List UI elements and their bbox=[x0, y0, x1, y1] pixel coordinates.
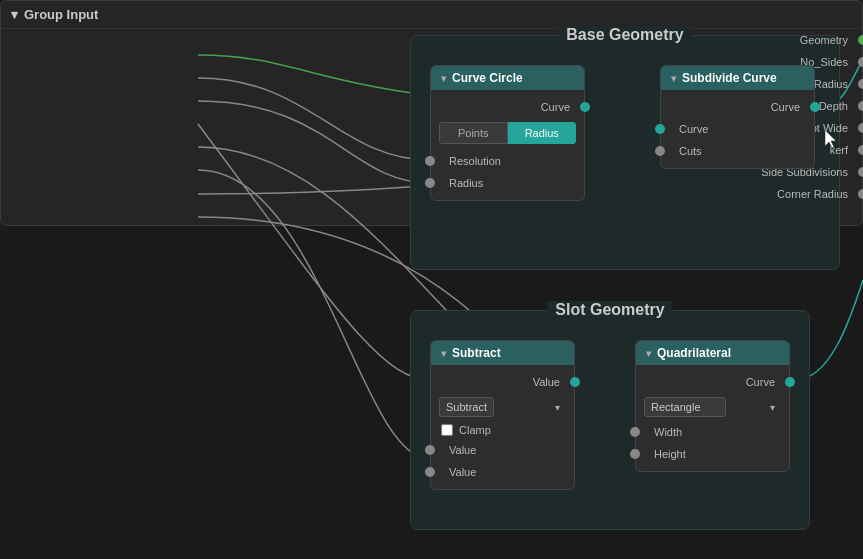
subdivide-curve-input-label: Curve bbox=[669, 123, 708, 135]
quad-width-label: Width bbox=[644, 426, 682, 438]
clamp-label: Clamp bbox=[459, 424, 491, 436]
curve-circle-tabs: Points Radius bbox=[439, 122, 576, 144]
geometry-label: Geometry bbox=[800, 34, 854, 46]
curve-circle-node: ▾ Curve Circle Curve Points Radius Resol… bbox=[430, 65, 585, 201]
quadrilateral-node: ▾ Quadrilateral Curve Rectangle Parallel… bbox=[635, 340, 790, 472]
subdivide-curve-input-row: Curve bbox=[661, 118, 814, 140]
quad-output-row: Curve bbox=[636, 371, 789, 393]
tab-radius[interactable]: Radius bbox=[508, 122, 577, 144]
quad-body: Curve Rectangle Parallelogram Trapezoid … bbox=[636, 365, 789, 471]
nosides-socket[interactable] bbox=[858, 57, 863, 67]
quad-width-socket[interactable] bbox=[630, 427, 640, 437]
resolution-row: Resolution bbox=[431, 150, 584, 172]
subdivide-cuts-socket[interactable] bbox=[655, 146, 665, 156]
subdivide-output-row: Curve bbox=[661, 96, 814, 118]
subdivide-curve-socket[interactable] bbox=[810, 102, 820, 112]
subdivide-curve-header: ▾ Subdivide Curve bbox=[661, 66, 814, 90]
resolution-socket[interactable] bbox=[425, 156, 435, 166]
subtract-value-out-label: Value bbox=[533, 376, 566, 388]
curve-circle-body: Curve Points Radius Resolution Radius bbox=[431, 90, 584, 200]
subdivide-curve-title: Subdivide Curve bbox=[682, 71, 777, 85]
subdivide-curve-node: ▾ Subdivide Curve Curve Curve Cuts bbox=[660, 65, 815, 169]
curve-circle-title: Curve Circle bbox=[452, 71, 523, 85]
slotdepth-socket[interactable] bbox=[858, 101, 863, 111]
radius-input-socket[interactable] bbox=[425, 178, 435, 188]
clamp-checkbox[interactable] bbox=[441, 424, 453, 436]
subtract-value1-socket[interactable] bbox=[425, 445, 435, 455]
quad-height-socket[interactable] bbox=[630, 449, 640, 459]
quad-curve-out-label: Curve bbox=[746, 376, 781, 388]
group-input-header: ▾ Group Input bbox=[1, 1, 862, 29]
curve-circle-curve-socket[interactable] bbox=[580, 102, 590, 112]
subtract-title: Subtract bbox=[452, 346, 501, 360]
quad-width-row: Width bbox=[636, 421, 789, 443]
radius-input-label: Radius bbox=[439, 177, 483, 189]
clamp-checkbox-row: Clamp bbox=[431, 421, 574, 439]
subtract-output-row: Value bbox=[431, 371, 574, 393]
subtract-value2-row: Value bbox=[431, 461, 574, 483]
subtract-dropdown-row: Subtract Add Multiply Divide bbox=[439, 397, 566, 417]
kerf-label: kerf bbox=[830, 144, 854, 156]
quad-dropdown-wrapper: Rectangle Parallelogram Trapezoid Kite bbox=[644, 397, 781, 417]
quad-dropdown-row: Rectangle Parallelogram Trapezoid Kite bbox=[644, 397, 781, 417]
tab-points[interactable]: Points bbox=[439, 122, 508, 144]
curve-circle-curve-label: Curve bbox=[541, 101, 576, 113]
subtract-value1-row: Value bbox=[431, 439, 574, 461]
quad-height-row: Height bbox=[636, 443, 789, 465]
subtract-node: ▾ Subtract Value Subtract Add Multiply D… bbox=[430, 340, 575, 490]
subtract-value1-label: Value bbox=[439, 444, 476, 456]
quad-header: ▾ Quadrilateral bbox=[636, 341, 789, 365]
subtract-value2-socket[interactable] bbox=[425, 467, 435, 477]
curve-circle-collapse-icon[interactable]: ▾ bbox=[441, 73, 446, 84]
quad-dropdown[interactable]: Rectangle Parallelogram Trapezoid Kite bbox=[644, 397, 726, 417]
quad-height-label: Height bbox=[644, 448, 686, 460]
slot-geometry-title: Slot Geometry bbox=[547, 301, 672, 319]
subtract-header: ▾ Subtract bbox=[431, 341, 574, 365]
subdivide-collapse-icon[interactable]: ▾ bbox=[671, 73, 676, 84]
quad-collapse-icon[interactable]: ▾ bbox=[646, 348, 651, 359]
resolution-label: Resolution bbox=[439, 155, 501, 167]
radius-input-row: Radius bbox=[431, 172, 584, 194]
subtract-value2-label: Value bbox=[439, 466, 476, 478]
kerf-socket[interactable] bbox=[858, 145, 863, 155]
curve-circle-header: ▾ Curve Circle bbox=[431, 66, 584, 90]
subtract-dropdown-wrapper: Subtract Add Multiply Divide bbox=[439, 397, 566, 417]
subtract-body: Value Subtract Add Multiply Divide Clamp… bbox=[431, 365, 574, 489]
slotwide-socket[interactable] bbox=[858, 123, 863, 133]
cornerradius-socket[interactable] bbox=[858, 189, 863, 199]
radius-socket[interactable] bbox=[858, 79, 863, 89]
subdivide-curve-label: Curve bbox=[771, 101, 806, 113]
radius-label: Radius bbox=[814, 78, 854, 90]
subdivide-cuts-row: Cuts bbox=[661, 140, 814, 162]
socket-row-geometry: Geometry bbox=[1, 29, 862, 51]
curve-circle-output-row: Curve bbox=[431, 96, 584, 118]
subtract-value-out-socket[interactable] bbox=[570, 377, 580, 387]
subtract-collapse-icon[interactable]: ▾ bbox=[441, 348, 446, 359]
subtract-dropdown[interactable]: Subtract Add Multiply Divide bbox=[439, 397, 494, 417]
quad-curve-out-socket[interactable] bbox=[785, 377, 795, 387]
subdivide-curve-input-socket[interactable] bbox=[655, 124, 665, 134]
subdivide-curve-body: Curve Curve Cuts bbox=[661, 90, 814, 168]
group-input-collapse-icon[interactable]: ▾ bbox=[11, 7, 18, 22]
group-input-title: Group Input bbox=[24, 7, 98, 22]
subdivide-cuts-label: Cuts bbox=[669, 145, 702, 157]
geometry-socket[interactable] bbox=[858, 35, 863, 45]
sidesubdiv-socket[interactable] bbox=[858, 167, 863, 177]
quad-title: Quadrilateral bbox=[657, 346, 731, 360]
cornerradius-label: Corner Radius bbox=[777, 188, 854, 200]
